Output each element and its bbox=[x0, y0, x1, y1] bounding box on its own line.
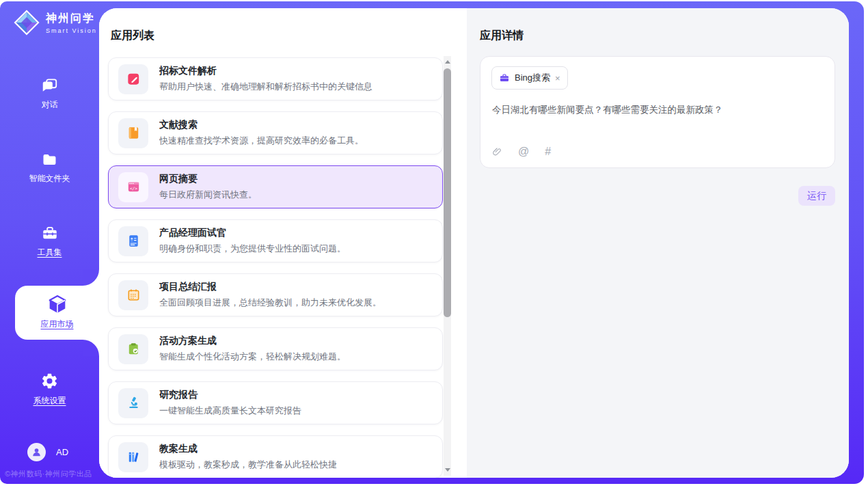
list-item-title: 产品经理面试官 bbox=[159, 227, 346, 239]
svg-text:</>: </> bbox=[129, 186, 137, 191]
hash-icon[interactable]: # bbox=[545, 146, 551, 158]
active-tab-bottom-fillet bbox=[83, 340, 99, 356]
active-tab-top-fillet bbox=[83, 269, 99, 286]
list-item-desc: 一键智能生成高质量长文本研究报告 bbox=[159, 405, 301, 417]
list-item-desc: 模板驱动，教案秒成，教学准备从此轻松快捷 bbox=[159, 459, 337, 471]
list-item-literature-search[interactable]: 文献搜索 快速精准查找学术资源，提高研究效率的必备工具。 bbox=[108, 111, 443, 154]
calendar-icon bbox=[126, 287, 141, 303]
brand-logo: 神州问学 Smart Vision bbox=[14, 10, 97, 36]
list-item-desc: 每日政府新闻资讯快查。 bbox=[159, 189, 257, 201]
sidebar-item-app-market[interactable]: 应用市场 bbox=[15, 286, 99, 340]
composer-toolbar: @ # bbox=[492, 146, 551, 158]
list-item-title: 教案生成 bbox=[159, 443, 337, 455]
list-scrollbar[interactable] bbox=[444, 56, 451, 476]
user-account[interactable]: AD bbox=[27, 443, 68, 461]
scrollbar-thumb[interactable] bbox=[444, 68, 451, 317]
person-icon bbox=[31, 446, 42, 458]
toolbox-icon bbox=[40, 224, 59, 242]
brand-subtitle: Smart Vision bbox=[46, 27, 97, 34]
list-item-title: 研究报告 bbox=[159, 389, 301, 401]
sidebar-item-chat[interactable]: 对话 bbox=[0, 77, 99, 111]
sidebar-item-label: 应用市场 bbox=[15, 318, 99, 330]
copyright-text: ©神州数码·神州问学出品 bbox=[5, 469, 92, 479]
sidebar-item-settings[interactable]: 系统设置 bbox=[0, 372, 99, 407]
cube-icon bbox=[46, 293, 68, 315]
webpage-code-icon: </> bbox=[126, 179, 141, 195]
sidebar-item-label: 系统设置 bbox=[0, 395, 99, 407]
list-item-research-report[interactable]: 研究报告 一键智能生成高质量长文本研究报告 bbox=[108, 381, 443, 424]
list-item-bid-document-parsing[interactable]: 招标文件解析 帮助用户快速、准确地理解和解析招标书中的关键信息 bbox=[108, 57, 443, 100]
resume-icon bbox=[126, 233, 141, 249]
list-item-desc: 快速精准查找学术资源，提高研究效率的必备工具。 bbox=[159, 135, 364, 147]
list-item-desc: 智能生成个性化活动方案，轻松解决规划难题。 bbox=[159, 351, 346, 363]
app-list: 招标文件解析 帮助用户快速、准确地理解和解析招标书中的关键信息 文献搜索 bbox=[108, 57, 443, 478]
book-icon bbox=[126, 125, 141, 141]
app-window: 神州问学 Smart Vision 对话 智能文件夹 工具集 bbox=[0, 1, 864, 484]
list-item-desc: 明确身份和职责，为您提供专业性的面试问题。 bbox=[159, 243, 346, 255]
list-item-title: 项目总结汇报 bbox=[159, 281, 381, 293]
list-item-webpage-summary[interactable]: </> 网页摘要 每日政府新闻资讯快查。 bbox=[108, 165, 443, 208]
sidebar-item-label: 对话 bbox=[0, 99, 99, 111]
sidebar-item-label: 工具集 bbox=[0, 247, 99, 258]
avatar bbox=[27, 443, 46, 461]
list-item-title: 招标文件解析 bbox=[159, 65, 372, 77]
list-item-pm-interviewer[interactable]: 产品经理面试官 明确身份和职责，为您提供专业性的面试问题。 bbox=[108, 219, 443, 262]
tool-tag-bing-search[interactable]: Bing搜索 × bbox=[491, 66, 568, 90]
content-panel: 应用列表 招标文件解析 帮助用户快速、准确地理解和解析招标书中的关键信息 bbox=[99, 8, 849, 478]
app-list-title: 应用列表 bbox=[111, 29, 154, 43]
folder-icon bbox=[40, 152, 59, 168]
list-item-desc: 帮助用户快速、准确地理解和解析招标书中的关键信息 bbox=[159, 81, 372, 93]
list-item-title: 文献搜索 bbox=[159, 119, 364, 131]
sidebar-item-label: 智能文件夹 bbox=[0, 173, 99, 185]
close-icon[interactable]: × bbox=[555, 73, 560, 83]
user-name: AD bbox=[56, 447, 68, 457]
paperclip-icon[interactable] bbox=[492, 146, 502, 158]
microscope-icon bbox=[126, 395, 141, 411]
list-item-title: 网页摘要 bbox=[159, 173, 257, 185]
clipboard-check-icon bbox=[126, 341, 141, 357]
app-list-pane: 应用列表 招标文件解析 帮助用户快速、准确地理解和解析招标书中的关键信息 bbox=[99, 8, 467, 478]
app-detail-pane: 应用详情 Bing搜索 × 今日湖北有哪些新闻要点？有哪些需要关注的最新政策？ bbox=[467, 8, 849, 478]
run-button[interactable]: 运行 bbox=[798, 186, 835, 206]
list-item-lesson-plan[interactable]: 教案生成 模板驱动，教案秒成，教学准备从此轻松快捷 bbox=[108, 435, 443, 478]
list-item-title: 活动方案生成 bbox=[159, 335, 346, 347]
prompt-text[interactable]: 今日湖北有哪些新闻要点？有哪些需要关注的最新政策？ bbox=[492, 104, 823, 116]
briefcase-icon bbox=[499, 72, 510, 83]
list-item-desc: 全面回顾项目进展，总结经验教训，助力未来优化发展。 bbox=[159, 297, 381, 309]
scroll-up-arrow-icon[interactable] bbox=[445, 60, 450, 64]
sidebar-item-smart-folder[interactable]: 智能文件夹 bbox=[0, 152, 99, 185]
gear-icon bbox=[40, 372, 59, 390]
sidebar-item-toolset[interactable]: 工具集 bbox=[0, 224, 99, 258]
app-detail-title: 应用详情 bbox=[480, 29, 524, 43]
scroll-down-arrow-icon[interactable] bbox=[445, 468, 450, 472]
pen-edit-icon bbox=[126, 71, 141, 87]
prompt-card: Bing搜索 × 今日湖北有哪些新闻要点？有哪些需要关注的最新政策？ @ # bbox=[480, 56, 835, 168]
list-item-project-summary[interactable]: 项目总结汇报 全面回顾项目进展，总结经验教训，助力未来优化发展。 bbox=[108, 273, 443, 316]
list-item-event-plan[interactable]: 活动方案生成 智能生成个性化活动方案，轻松解决规划难题。 bbox=[108, 327, 443, 370]
at-icon[interactable]: @ bbox=[518, 146, 529, 158]
tool-tag-label: Bing搜索 bbox=[515, 72, 550, 84]
books-icon bbox=[126, 449, 141, 465]
chat-icon bbox=[40, 77, 59, 94]
diamond-logo-icon bbox=[14, 10, 40, 36]
brand-title: 神州问学 bbox=[46, 12, 97, 26]
